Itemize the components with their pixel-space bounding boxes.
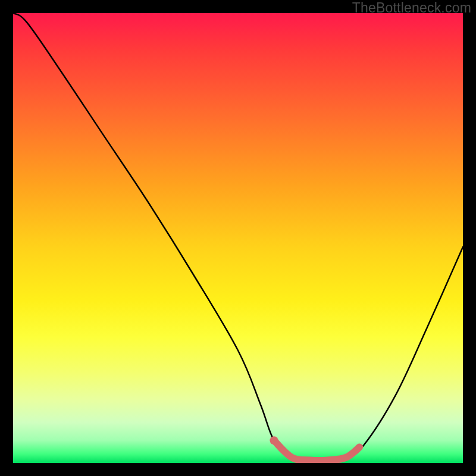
bottleneck-curve — [13, 13, 463, 461]
optimal-range-highlight — [274, 440, 360, 461]
curve-layer — [13, 13, 463, 463]
optimal-start-dot — [270, 436, 278, 444]
watermark-text: TheBottleneck.com — [352, 0, 471, 16]
plot-area — [13, 13, 463, 463]
chart-frame: TheBottleneck.com — [0, 0, 476, 476]
